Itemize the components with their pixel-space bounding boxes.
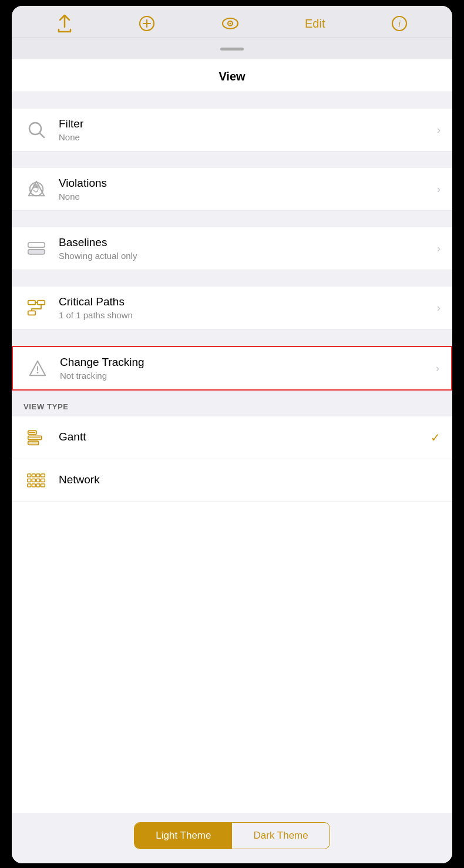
add-button[interactable]	[139, 15, 155, 32]
svg-rect-37	[41, 484, 45, 487]
view-type-label: VIEW TYPE	[23, 402, 69, 411]
sheet-top-bar	[12, 38, 452, 59]
svg-rect-33	[41, 479, 45, 482]
svg-point-19	[37, 372, 39, 374]
theme-bar: Light Theme Dark Theme	[12, 813, 452, 863]
svg-rect-16	[28, 311, 35, 315]
critical-paths-icon	[23, 295, 49, 321]
svg-rect-27	[32, 474, 35, 477]
panel-title: View	[218, 70, 245, 83]
network-title: Network	[59, 473, 441, 486]
device-frame: Edit i View	[0, 0, 464, 868]
share-button[interactable]	[56, 14, 73, 33]
gantt-icon	[23, 425, 49, 450]
svg-rect-30	[28, 479, 31, 482]
violations-item[interactable]: Violations None ›	[12, 168, 452, 211]
baselines-chevron: ›	[437, 243, 441, 255]
critical-paths-subtitle: 1 of 1 paths shown	[59, 310, 432, 320]
svg-rect-15	[38, 301, 45, 305]
change-tracking-subtitle: Not tracking	[60, 371, 431, 381]
section-gap-5	[12, 329, 452, 346]
filter-item[interactable]: Filter None ›	[12, 109, 452, 152]
network-item[interactable]: Network	[12, 459, 452, 502]
svg-rect-34	[28, 484, 31, 487]
dark-theme-button[interactable]: Dark Theme	[232, 823, 329, 849]
violations-chevron: ›	[437, 183, 441, 196]
screen: Edit i View	[12, 6, 452, 863]
view-type-section: VIEW TYPE	[12, 391, 452, 416]
baselines-text: Baselines Showing actual only	[59, 236, 432, 261]
network-text: Network	[59, 473, 441, 488]
critical-paths-item[interactable]: Critical Paths 1 of 1 paths shown ›	[12, 287, 452, 329]
search-icon	[23, 117, 49, 143]
network-icon	[23, 467, 49, 493]
filter-title: Filter	[59, 117, 432, 130]
svg-rect-28	[36, 474, 40, 477]
critical-paths-title: Critical Paths	[59, 295, 432, 308]
svg-rect-26	[28, 474, 31, 477]
svg-rect-12	[28, 243, 45, 247]
svg-rect-36	[36, 484, 40, 487]
violations-title: Violations	[59, 177, 432, 190]
section-gap-4	[12, 270, 452, 287]
edit-button[interactable]: Edit	[305, 17, 325, 31]
gantt-item[interactable]: Gantt ✓	[12, 416, 452, 459]
filter-chevron: ›	[437, 124, 441, 136]
change-tracking-icon	[25, 355, 51, 381]
section-gap-1	[12, 92, 452, 109]
change-tracking-chevron: ›	[436, 362, 439, 375]
theme-switcher: Light Theme Dark Theme	[134, 822, 329, 849]
violations-text: Violations None	[59, 177, 432, 201]
change-tracking-text: Change Tracking Not tracking	[60, 356, 431, 381]
section-gap-2	[12, 152, 452, 168]
gantt-checkmark: ✓	[431, 430, 441, 445]
info-button[interactable]: i	[391, 15, 408, 32]
view-panel: View Filter None ›	[12, 59, 452, 863]
gantt-title: Gantt	[59, 430, 426, 443]
gantt-text: Gantt	[59, 430, 426, 445]
toolbar: Edit i	[12, 6, 452, 38]
pull-tab	[220, 48, 244, 51]
filter-text: Filter None	[59, 117, 432, 142]
svg-rect-13	[28, 250, 45, 254]
baselines-icon	[23, 235, 49, 261]
svg-rect-14	[28, 301, 35, 305]
view-button[interactable]	[221, 15, 239, 32]
svg-rect-35	[32, 484, 35, 487]
filter-subtitle: None	[59, 132, 432, 142]
baselines-subtitle: Showing actual only	[59, 251, 432, 261]
light-theme-button[interactable]: Light Theme	[135, 823, 232, 849]
section-gap-3	[12, 211, 452, 227]
critical-paths-chevron: ›	[437, 302, 441, 314]
panel-title-row: View	[12, 59, 452, 92]
svg-rect-32	[36, 479, 40, 482]
critical-paths-text: Critical Paths 1 of 1 paths shown	[59, 295, 432, 320]
violations-subtitle: None	[59, 191, 432, 201]
svg-point-5	[229, 23, 231, 25]
svg-line-9	[40, 133, 45, 138]
baselines-title: Baselines	[59, 236, 432, 249]
violations-icon	[23, 176, 49, 202]
change-tracking-title: Change Tracking	[60, 356, 431, 369]
svg-text:i: i	[398, 19, 401, 29]
change-tracking-item[interactable]: Change Tracking Not tracking ›	[12, 346, 452, 391]
svg-rect-31	[32, 479, 35, 482]
svg-rect-29	[41, 474, 45, 477]
baselines-item[interactable]: Baselines Showing actual only ›	[12, 227, 452, 270]
